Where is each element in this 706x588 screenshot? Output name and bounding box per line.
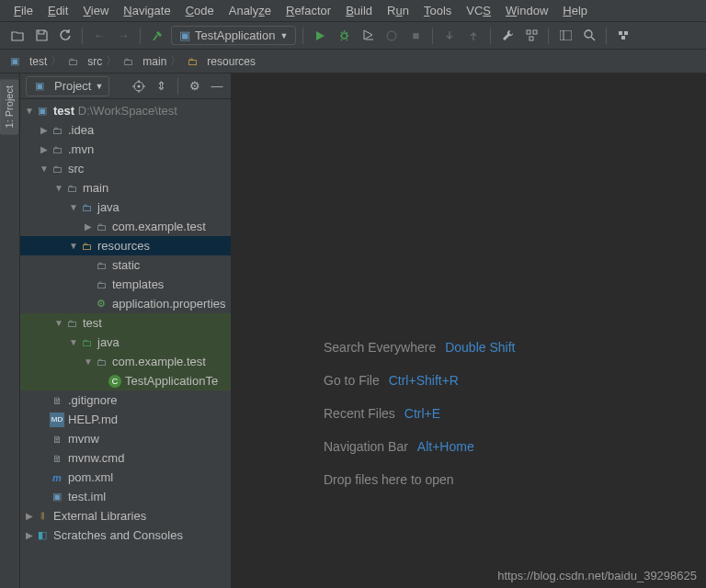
menu-analyze[interactable]: Analyze — [222, 2, 278, 19]
svg-rect-3 — [533, 30, 537, 34]
module-icon: ▣ — [35, 104, 50, 119]
back-icon[interactable]: ← — [89, 26, 109, 46]
svg-rect-7 — [619, 31, 622, 35]
scratch-icon: ◧ — [35, 528, 50, 543]
svg-rect-2 — [527, 30, 530, 34]
debug-icon[interactable] — [334, 26, 354, 46]
svg-point-1 — [387, 31, 396, 40]
tree-scratch[interactable]: ◧Scratches and Consoles — [20, 526, 231, 545]
hide-icon[interactable]: — — [209, 78, 225, 95]
crumb-test[interactable]: ▣test — [7, 54, 47, 69]
menu-run[interactable]: Run — [381, 2, 416, 19]
tree-help[interactable]: MDHELP.md — [20, 410, 231, 429]
tree-appprops[interactable]: ⚙application.properties — [20, 294, 231, 313]
folder-icon: 🗀 — [94, 258, 108, 273]
refresh-icon[interactable] — [55, 26, 75, 46]
folder-icon: 🗀 — [120, 54, 135, 69]
tree-mvnwcmd[interactable]: 🗎mvnw.cmd — [20, 448, 231, 468]
layout-icon[interactable] — [555, 26, 575, 46]
md-icon: MD — [50, 413, 64, 427]
structure-icon[interactable] — [521, 26, 541, 46]
collapse-icon[interactable]: ⇕ — [153, 78, 169, 95]
target-icon[interactable] — [131, 78, 147, 95]
menu-file[interactable]: File — [7, 2, 40, 19]
tree-static[interactable]: 🗀static — [20, 255, 231, 275]
tree-mvn[interactable]: 🗀.mvn — [20, 140, 231, 159]
hint-recent-key: Ctrl+E — [404, 406, 440, 421]
tree-java-main[interactable]: 🗀java — [20, 198, 231, 217]
more-icon[interactable] — [613, 26, 633, 46]
folder-icon: 🗀 — [65, 54, 80, 69]
hammer-icon[interactable] — [147, 26, 167, 46]
tree-pom[interactable]: mpom.xml — [20, 468, 231, 487]
source-folder-icon: 🗀 — [79, 200, 94, 215]
svg-rect-9 — [621, 36, 625, 40]
package-icon: 🗀 — [94, 220, 108, 234]
tree-idea[interactable]: 🗀.idea — [20, 120, 231, 140]
project-view-selector[interactable]: ▣ Project ▼ — [26, 76, 109, 96]
folder-icon: 🗀 — [50, 142, 64, 157]
project-sidebar: ▣ Project ▼ ⇕ ⚙ — ▣test D:\WorkSpace\tes… — [20, 74, 232, 588]
project-tool-tab[interactable]: 1: Project — [0, 79, 18, 134]
open-icon[interactable] — [7, 26, 28, 46]
vcs-commit-icon[interactable] — [463, 26, 484, 46]
tree-main[interactable]: 🗀main — [20, 178, 231, 198]
tree-templates[interactable]: 🗀templates — [20, 275, 231, 294]
menu-view[interactable]: View — [76, 2, 115, 19]
menu-refactor[interactable]: Refactor — [279, 2, 337, 19]
menu-bar: File Edit View Navigate Code Analyze Ref… — [0, 0, 706, 22]
profile-icon[interactable] — [381, 26, 402, 46]
menu-build[interactable]: Build — [339, 2, 379, 19]
class-icon: C — [108, 375, 121, 388]
menu-vcs[interactable]: VCS — [460, 2, 497, 19]
tree-pkg-test[interactable]: 🗀com.example.test — [20, 352, 231, 371]
stop-icon[interactable]: ■ — [405, 26, 426, 46]
run-config-label: TestApplication — [195, 28, 275, 42]
gear-icon[interactable]: ⚙ — [187, 78, 203, 95]
menu-help[interactable]: Help — [556, 2, 594, 19]
menu-navigate[interactable]: Navigate — [117, 2, 176, 19]
save-icon[interactable] — [31, 26, 51, 46]
project-icon: ▣ — [32, 79, 47, 94]
crumb-src[interactable]: 🗀src — [65, 54, 102, 69]
run-icon[interactable] — [310, 26, 330, 46]
hint-search-key: Double Shift — [445, 340, 515, 355]
tree-resources[interactable]: 🗀resources — [20, 236, 231, 255]
menu-tools[interactable]: Tools — [417, 2, 458, 19]
vcs-update-icon[interactable] — [439, 26, 460, 46]
tree-java-test[interactable]: 🗀java — [20, 333, 231, 352]
project-tree[interactable]: ▣test D:\WorkSpace\test 🗀.idea 🗀.mvn 🗀sr… — [20, 99, 231, 588]
hint-nav-key: Alt+Home — [417, 439, 474, 454]
tree-iml[interactable]: ▣test.iml — [20, 487, 231, 506]
svg-rect-4 — [530, 37, 533, 40]
menu-code[interactable]: Code — [179, 2, 221, 19]
module-icon: ▣ — [50, 490, 64, 504]
search-icon[interactable] — [579, 26, 599, 46]
crumb-resources[interactable]: 🗀resources — [185, 54, 256, 69]
tree-pkg-main[interactable]: 🗀com.example.test — [20, 217, 231, 236]
wrench-icon[interactable] — [497, 26, 518, 46]
svg-point-0 — [341, 33, 347, 39]
coverage-icon[interactable] — [358, 26, 378, 46]
file-icon: 🗎 — [50, 432, 64, 447]
menu-edit[interactable]: Edit — [41, 2, 74, 19]
svg-rect-5 — [560, 30, 572, 40]
sidebar-header: ▣ Project ▼ ⇕ ⚙ — — [20, 74, 231, 99]
tree-extlib[interactable]: ⫴External Libraries — [20, 506, 231, 526]
forward-icon[interactable]: → — [113, 26, 133, 46]
run-config-selector[interactable]: ▣ TestApplication ▼ — [171, 26, 296, 45]
tree-gitignore[interactable]: 🗎.gitignore — [20, 390, 231, 410]
crumb-main[interactable]: 🗀main — [120, 54, 166, 69]
library-icon: ⫴ — [35, 509, 50, 524]
folder-icon: 🗀 — [50, 162, 64, 176]
empty-editor-hints: Search EverywhereDouble Shift Go to File… — [324, 340, 515, 487]
hint-search-label: Search Everywhere — [324, 340, 436, 355]
menu-window[interactable]: Window — [499, 2, 554, 19]
hint-recent-label: Recent Files — [324, 406, 395, 421]
editor-area[interactable]: Search EverywhereDouble Shift Go to File… — [232, 74, 706, 588]
tree-mvnw[interactable]: 🗎mvnw — [20, 429, 231, 448]
tree-root[interactable]: ▣test D:\WorkSpace\test — [20, 101, 231, 120]
tree-testclass[interactable]: CTestApplicationTe — [20, 371, 231, 390]
tree-src[interactable]: 🗀src — [20, 159, 231, 178]
tree-test[interactable]: 🗀test — [20, 313, 231, 333]
